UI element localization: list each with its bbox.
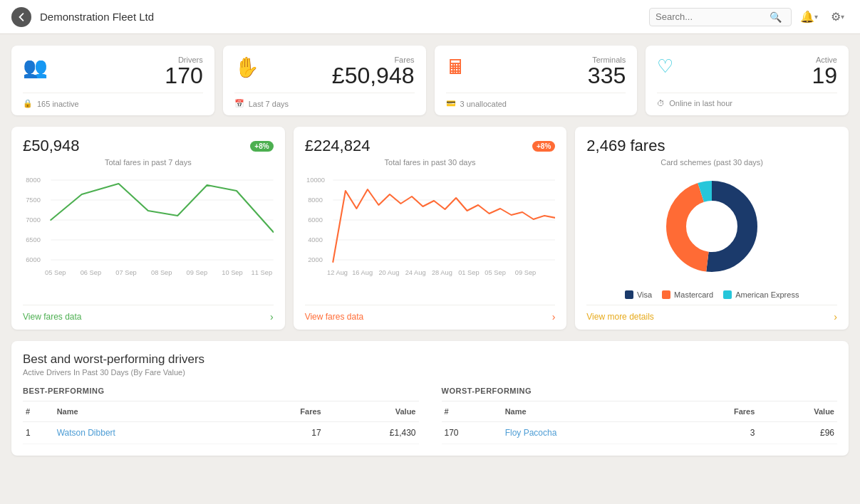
donut-hole: [688, 203, 735, 250]
weekly-header: £50,948 +8%: [23, 137, 274, 155]
donut-svg: [655, 169, 769, 283]
x-label-2: 06 Sep: [81, 269, 101, 276]
visa-label: Visa: [637, 290, 652, 299]
mastercard-label: Mastercard: [674, 290, 713, 299]
stat-card-fares: ✋ Fares £50,948 📅 Last 7 days: [223, 46, 426, 115]
monthly-chart-svg: 10000 8000 6000 4000 2000 12 Aug 16 Aug: [305, 169, 556, 283]
active-bottom: ⏱ Online in last hour: [657, 93, 837, 107]
worst-col-fares: Fares: [677, 401, 758, 422]
best-name-1: Watson Dibbert: [54, 422, 245, 444]
best-col-name: Name: [54, 401, 245, 422]
monthly-amount: £224,824: [305, 137, 371, 155]
x-label-m2: 16 Aug: [352, 269, 373, 276]
monthly-chart-title: Total fares in past 30 days: [305, 158, 556, 167]
worst-driver-link-1[interactable]: Floy Pacocha: [505, 428, 557, 438]
best-rank-1: 1: [23, 422, 54, 444]
weekly-amount: £50,948: [23, 137, 80, 155]
fares-value: £50,948: [332, 64, 415, 87]
best-fares-1: 17: [245, 422, 324, 444]
terminals-icon: 🖩: [446, 56, 466, 79]
stat-cards-row: 👥 Drivers 170 🔒 165 inactive ✋ Fares £50…: [11, 46, 849, 115]
x-label-3: 07 Sep: [115, 269, 136, 276]
active-bottom-text: Online in last hour: [669, 99, 732, 107]
monthly-footer: View fares data ›: [305, 305, 556, 322]
table-row: 1 Watson Dibbert 17 £1,430: [23, 422, 419, 444]
x-label-m5: 28 Aug: [432, 269, 452, 276]
stat-card-top: 🖩 Terminals 335: [446, 56, 626, 87]
worst-col-value: Value: [757, 401, 837, 422]
visa-dot: [625, 290, 633, 299]
worst-table: # Name Fares Value 170 Floy Pacocha 3 £9…: [442, 401, 838, 444]
terminals-bottom: 💳 3 unallocated: [446, 93, 626, 108]
best-table: # Name Fares Value 1 Watson Dibbert 17 £…: [23, 401, 419, 444]
x-label-m7: 05 Sep: [485, 269, 505, 276]
search-input[interactable]: [656, 11, 770, 22]
stat-card-terminals: 🖩 Terminals 335 💳 3 unallocated: [435, 46, 638, 115]
monthly-chart-area: 10000 8000 6000 4000 2000 12 Aug 16 Aug: [305, 169, 556, 299]
monthly-arrow-icon: ›: [552, 311, 556, 322]
donut-header: 2,469 fares: [586, 137, 837, 155]
worst-rank-1: 170: [442, 422, 502, 444]
best-table-head: # Name Fares Value: [23, 401, 419, 422]
section-subtitle: Active Drivers In Past 30 Days (By Fare …: [23, 368, 837, 377]
best-worst-section: Best and worst-performing drivers Active…: [11, 341, 849, 456]
monthly-fares-link[interactable]: View fares data: [305, 312, 364, 322]
amex-dot: [723, 290, 732, 299]
weekly-fares-card: £50,948 +8% Total fares in past 7 days 8…: [11, 127, 285, 330]
legend-visa: Visa: [625, 290, 652, 299]
worst-header-row: # Name Fares Value: [442, 401, 838, 422]
donut-details-link[interactable]: View more details: [586, 312, 654, 322]
terminals-value: 335: [588, 64, 626, 87]
weekly-arrow-icon: ›: [270, 311, 274, 322]
terminals-bottom-text: 3 unallocated: [460, 100, 507, 108]
active-value: 19: [812, 64, 837, 87]
x-label-m4: 24 Aug: [405, 269, 425, 276]
header-icons: 🔔 ▾ ⚙ ▾: [797, 6, 849, 28]
stat-card-top: 👥 Drivers 170: [23, 56, 203, 87]
monthly-badge: +8%: [532, 141, 555, 152]
clock-icon: ⏱: [657, 99, 665, 107]
stat-card-active: ♡ Active 19 ⏱ Online in last hour: [646, 46, 849, 115]
chart-cards-row: £50,948 +8% Total fares in past 7 days 8…: [11, 127, 849, 330]
x-label-m8: 09 Sep: [514, 269, 535, 276]
y-label-2000m: 2000: [308, 256, 323, 263]
drivers-bottom-text: 165 inactive: [37, 100, 79, 108]
x-label-m3: 20 Aug: [378, 269, 399, 276]
weekly-fares-link[interactable]: View fares data: [23, 312, 82, 322]
y-label-7000: 7000: [26, 216, 41, 224]
card-icon: 💳: [446, 99, 456, 108]
x-label-5: 09 Sep: [187, 269, 207, 276]
worst-drivers-table: WORST-PERFORMING # Name Fares Value 170: [442, 387, 838, 444]
y-label-6500: 6500: [26, 236, 41, 243]
x-label-6: 10 Sep: [222, 269, 242, 276]
best-header-row: # Name Fares Value: [23, 401, 419, 422]
bell-icon: 🔔: [800, 10, 814, 23]
worst-value-1: £96: [757, 422, 837, 444]
x-label-m6: 01 Sep: [458, 269, 479, 276]
donut-amount: 2,469 fares: [586, 137, 665, 155]
best-value-1: £1,430: [324, 422, 419, 444]
y-label-8000m: 8000: [308, 196, 323, 204]
fares-bottom-text: Last 7 days: [249, 100, 289, 108]
legend-amex: American Express: [723, 290, 799, 299]
drivers-icon: 👥: [23, 56, 48, 79]
donut-chart-title: Card schemes (past 30 days): [586, 158, 837, 167]
worst-col-name: Name: [502, 401, 677, 422]
best-table-body: 1 Watson Dibbert 17 £1,430: [23, 422, 419, 444]
card-schemes-card: 2,469 fares Card schemes (past 30 days): [575, 127, 849, 330]
fares-icon: ✋: [234, 56, 259, 79]
bell-button[interactable]: 🔔 ▾: [797, 6, 820, 28]
x-label-7: 11 Sep: [252, 269, 272, 276]
x-label-m1: 12 Aug: [327, 269, 348, 276]
weekly-chart-svg: 8000 7500 7000 6500 6000 05 Sep 06 Sep: [23, 169, 274, 283]
search-icon: 🔍: [770, 11, 782, 23]
monthly-fares-card: £224,824 +8% Total fares in past 30 days…: [294, 127, 567, 330]
back-button[interactable]: [11, 7, 31, 27]
y-label-8000: 8000: [26, 177, 41, 184]
worst-fares-1: 3: [677, 422, 758, 444]
best-driver-link-1[interactable]: Watson Dibbert: [57, 428, 115, 438]
settings-button[interactable]: ⚙ ▾: [826, 6, 849, 28]
fares-bottom: 📅 Last 7 days: [234, 93, 415, 108]
weekly-footer: View fares data ›: [23, 305, 274, 322]
amex-label: American Express: [735, 290, 799, 299]
